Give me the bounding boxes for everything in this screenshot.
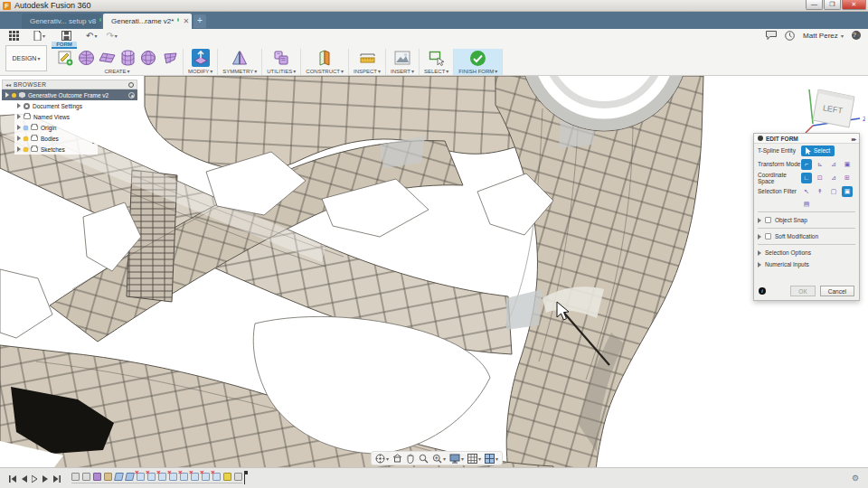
go-to-end-icon[interactable] <box>53 470 61 486</box>
play-icon[interactable] <box>32 470 38 486</box>
browser-item-named-views[interactable]: Named Views <box>14 111 105 122</box>
expand-icon[interactable] <box>758 234 761 239</box>
timeline-feature-error[interactable] <box>202 473 210 481</box>
section-selection-options[interactable]: Selection Options <box>754 247 859 258</box>
group-label[interactable]: INSERT <box>391 67 414 75</box>
edit-form-icon[interactable] <box>192 49 210 67</box>
display-settings-icon[interactable] <box>449 454 464 464</box>
browser-header[interactable]: ◂◂ BROWSER <box>2 80 137 89</box>
plane-primitive-icon[interactable] <box>98 49 116 67</box>
coord-world-icon[interactable]: ∟ <box>801 173 812 183</box>
timeline-feature-error[interactable] <box>158 473 166 481</box>
mirror-symmetry-icon[interactable] <box>231 49 249 67</box>
group-label[interactable]: INSPECT <box>354 67 381 75</box>
group-label[interactable]: CREATE <box>105 67 130 75</box>
go-to-start-icon[interactable] <box>9 470 16 486</box>
expand-icon[interactable] <box>17 125 21 130</box>
filter-vertex-icon[interactable]: ↖ <box>801 186 812 197</box>
save-icon[interactable] <box>61 31 71 41</box>
browser-root-item[interactable]: Generative Outcome Frame v2 <box>2 89 137 100</box>
coord-local-icon[interactable]: ⊿ <box>828 173 839 183</box>
construct-plane-icon[interactable] <box>316 49 334 67</box>
create-form-icon[interactable] <box>56 49 74 67</box>
timeline-feature-form[interactable] <box>82 473 90 481</box>
object-snap-checkbox[interactable] <box>765 217 771 223</box>
transform-scale-icon[interactable]: ▣ <box>842 159 853 170</box>
convert-utility-icon[interactable] <box>272 49 290 67</box>
viewcube[interactable]: LEFT Z <box>800 79 865 135</box>
step-back-icon[interactable] <box>21 470 27 486</box>
browser-item-document-settings[interactable]: Document Settings <box>14 100 121 111</box>
ok-button[interactable]: OK <box>790 286 815 296</box>
look-at-icon[interactable] <box>392 454 402 463</box>
close-tab-icon[interactable]: ✕ <box>183 17 189 25</box>
cylinder-primitive-icon[interactable] <box>118 49 137 67</box>
orbit-icon[interactable] <box>375 454 389 464</box>
timeline-feature-flag[interactable] <box>223 473 231 481</box>
expand-icon[interactable] <box>17 114 21 119</box>
viewport-3d[interactable]: ◂◂ BROWSER Generative Outcome Frame v2 D… <box>0 76 868 467</box>
timeline-feature-form[interactable] <box>234 473 242 481</box>
coord-local-per-entity-icon[interactable]: ⊞ <box>842 173 853 183</box>
dialog-header[interactable]: EDIT FORM ▸▸ <box>754 134 859 144</box>
select-window-icon[interactable] <box>428 49 446 67</box>
expand-icon[interactable] <box>17 136 21 141</box>
document-tab-setup[interactable]: Generativ... setup v8 ✕ <box>22 14 101 29</box>
timeline-feature-form[interactable] <box>71 473 80 481</box>
section-numerical-inputs[interactable]: Numerical Inputs <box>754 258 859 270</box>
group-label[interactable]: SELECT <box>424 67 448 75</box>
info-icon[interactable]: i <box>759 287 766 295</box>
app-grid-icon[interactable] <box>9 31 19 41</box>
filter-all-icon[interactable]: ▤ <box>801 199 812 210</box>
undo-icon[interactable]: ↶ <box>86 31 97 41</box>
visibility-bulb-icon[interactable] <box>24 126 28 130</box>
quadball-primitive-icon[interactable] <box>160 49 178 67</box>
group-label[interactable]: SYMMETRY <box>222 67 257 75</box>
timeline-feature-error[interactable] <box>212 473 221 481</box>
section-object-snap[interactable]: Object Snap <box>754 214 859 226</box>
workspace-switcher[interactable]: DESIGN <box>5 45 47 71</box>
timeline-feature-plane[interactable] <box>125 473 135 481</box>
transform-multi-icon[interactable]: ⊾ <box>815 159 826 170</box>
user-account-menu[interactable]: Matt Perez <box>803 32 844 40</box>
expand-icon[interactable] <box>5 92 9 98</box>
fit-icon[interactable] <box>432 454 446 464</box>
filter-edge-icon[interactable]: ↟ <box>815 186 826 197</box>
timeline-feature-form-current[interactable] <box>93 473 101 481</box>
display-settings-icon[interactable] <box>128 82 134 88</box>
edit-form-dialog[interactable]: EDIT FORM ▸▸ T-Spline Entity Select Tran… <box>753 133 860 301</box>
transform-rotate-icon[interactable]: ⊿ <box>828 159 839 170</box>
expand-icon[interactable] <box>17 146 21 152</box>
finish-form-icon[interactable] <box>469 49 487 67</box>
group-label[interactable]: FINISH FORM <box>458 67 497 75</box>
viewports-icon[interactable] <box>485 454 498 464</box>
job-status-clock-icon[interactable] <box>785 31 795 41</box>
expand-icon[interactable] <box>17 103 21 108</box>
browser-item-sketches[interactable]: Sketches <box>14 144 98 155</box>
timeline-feature-plane[interactable] <box>114 473 124 481</box>
box-primitive-icon[interactable] <box>77 49 95 67</box>
expand-icon[interactable] <box>758 250 761 256</box>
sphere-primitive-icon[interactable] <box>139 49 157 67</box>
collapse-browser-icon[interactable]: ◂◂ <box>5 81 11 88</box>
grid-and-snaps-icon[interactable] <box>467 454 481 464</box>
browser-item-bodies[interactable]: Bodies <box>14 133 92 144</box>
section-soft-modification[interactable]: Soft Modification <box>754 230 859 242</box>
zoom-icon[interactable] <box>419 454 429 464</box>
timeline-position-marker[interactable] <box>244 472 245 484</box>
file-menu-icon[interactable] <box>33 31 45 41</box>
soft-modification-checkbox[interactable] <box>765 233 771 239</box>
expand-icon[interactable] <box>758 218 761 223</box>
insert-image-icon[interactable] <box>393 49 411 67</box>
timeline-feature-error[interactable] <box>137 473 145 481</box>
group-label[interactable]: MODIFY <box>188 67 212 75</box>
visibility-bulb-icon[interactable] <box>24 147 28 152</box>
new-tab-button[interactable]: + <box>193 14 206 28</box>
timeline-feature-error[interactable] <box>169 473 177 481</box>
coord-view-icon[interactable]: ⊡ <box>815 173 826 183</box>
activate-component-icon[interactable] <box>128 92 135 99</box>
browser-item-origin[interactable]: Origin <box>14 122 92 133</box>
comment-icon[interactable] <box>766 31 777 40</box>
expand-icon[interactable] <box>758 262 761 267</box>
document-tab-frame[interactable]: Generati...rame v2* ✕ <box>103 14 192 29</box>
